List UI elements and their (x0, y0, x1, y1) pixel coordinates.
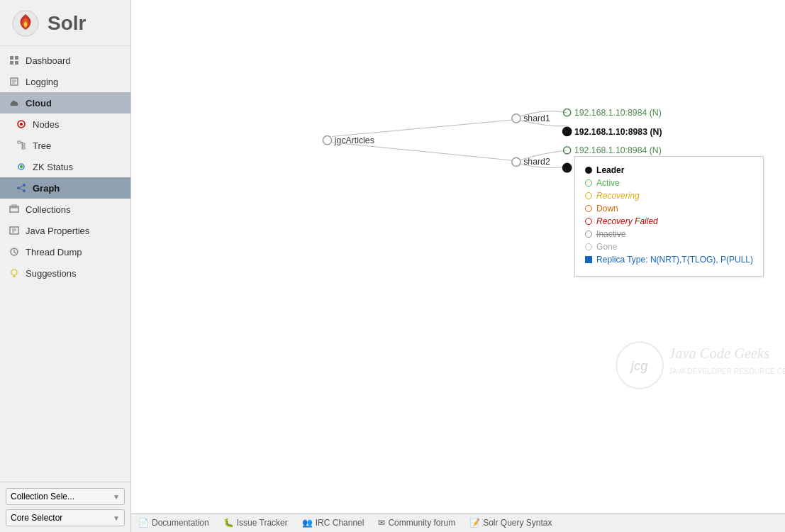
solr-logo-icon (11, 9, 40, 38)
down-dot (585, 205, 592, 212)
replica-square (585, 256, 592, 263)
svg-line-23 (20, 186, 23, 188)
irc-channel-label: IRC Channel (316, 518, 364, 528)
legend-down: Down (585, 204, 753, 214)
svg-text:JAVA DEVELOPER RESOURCE CENTER: JAVA DEVELOPER RESOURCE CENTER (669, 367, 785, 375)
svg-rect-3 (10, 61, 13, 65)
svg-point-22 (23, 189, 26, 192)
legend-replica-label: Replica Type: N(NRT),T(TLOG), P(PULL) (596, 255, 753, 265)
svg-point-41 (563, 127, 572, 135)
leader-dot (585, 167, 592, 174)
sidebar-item-thread-dump-label: Thread Dump (26, 247, 82, 257)
sidebar-item-tree[interactable]: Tree (0, 135, 130, 156)
svg-point-37 (512, 157, 520, 166)
app-name: Solr (48, 12, 86, 35)
community-forum-label: Community forum (388, 518, 455, 528)
core-selector[interactable]: Core Selector ▼ (6, 509, 125, 526)
sidebar-item-java-properties[interactable]: Java Properties (0, 220, 130, 241)
legend-inactive-label: Inactive (596, 229, 625, 239)
sidebar-item-dashboard-label: Dashboard (26, 55, 71, 66)
legend-recovering-label: Recovering (596, 191, 640, 201)
active-dot (585, 179, 592, 187)
svg-text:jcg: jcg (629, 358, 648, 373)
sidebar: Solr Dashboard Logging (0, 0, 131, 532)
svg-line-24 (20, 189, 23, 191)
sidebar-item-suggestions-label: Suggestions (26, 268, 77, 279)
sidebar-item-collections-label: Collections (26, 204, 71, 215)
thread-dump-icon (9, 246, 20, 257)
footer-solr-query-syntax[interactable]: 📝 Solr Query Syntax (469, 518, 552, 528)
legend-gone: Gone (585, 242, 753, 252)
svg-rect-1 (10, 56, 13, 60)
svg-rect-2 (15, 56, 18, 60)
svg-point-19 (20, 165, 23, 168)
svg-point-32 (11, 270, 17, 275)
recovering-dot (585, 192, 592, 199)
gone-dot (585, 243, 592, 250)
sidebar-bottom: Collection Sele... ▼ Core Selector ▼ (0, 482, 130, 532)
sidebar-item-logging-label: Logging (26, 77, 58, 87)
shard1-ip-normal-label: 192.168.1.10:8984 (N) (574, 108, 662, 118)
logging-icon (9, 76, 20, 87)
recovery-failed-dot (585, 218, 592, 225)
footer-irc-channel[interactable]: 👥 IRC Channel (302, 518, 364, 528)
footer: 📄 Documentation 🐛 Issue Tracker 👥 IRC Ch… (131, 513, 785, 532)
core-selector-arrow: ▼ (113, 514, 120, 522)
documentation-label: Documentation (152, 518, 209, 528)
collection-selector-arrow: ▼ (113, 493, 120, 501)
sidebar-item-tree-label: Tree (33, 140, 51, 151)
issue-tracker-label: Issue Tracker (237, 518, 288, 528)
svg-point-21 (23, 184, 26, 187)
sidebar-item-java-properties-label: Java Properties (26, 226, 89, 236)
legend-active: Active (585, 178, 753, 188)
tree-icon (16, 140, 27, 151)
documentation-icon: 📄 (138, 518, 149, 528)
sidebar-item-graph-label: Graph (33, 183, 60, 194)
svg-point-43 (563, 163, 572, 172)
legend-recovery-failed-label: Recovery Failed (596, 216, 658, 226)
sidebar-item-zk-status-label: ZK Status (33, 162, 73, 172)
sidebar-item-zk-status[interactable]: ZK Status (0, 156, 130, 177)
svg-text:Java Code Geeks: Java Code Geeks (669, 345, 769, 361)
core-selector-label: Core Selector (11, 513, 62, 523)
legend-leader-label: Leader (596, 165, 624, 175)
suggestions-icon (9, 267, 20, 279)
svg-point-35 (323, 135, 331, 144)
graph-icon (16, 182, 27, 194)
footer-documentation[interactable]: 📄 Documentation (138, 518, 209, 528)
nav-items: Dashboard Logging Cloud No (0, 46, 130, 482)
collection-selector[interactable]: Collection Sele... ▼ (6, 488, 125, 505)
sidebar-item-nodes[interactable]: Nodes (0, 113, 130, 135)
legend-inactive: Inactive (585, 229, 753, 239)
sidebar-item-dashboard[interactable]: Dashboard (0, 50, 130, 71)
footer-issue-tracker[interactable]: 🐛 Issue Tracker (223, 518, 288, 528)
logo-area: Solr (0, 0, 130, 46)
java-properties-icon (9, 225, 20, 236)
sidebar-item-logging[interactable]: Logging (0, 71, 130, 92)
collection-node-label: jgcArticles (334, 135, 374, 145)
legend-down-label: Down (596, 204, 618, 214)
collections-icon (9, 204, 20, 215)
svg-point-20 (17, 187, 20, 189)
legend-recovering: Recovering (585, 191, 753, 201)
sidebar-item-suggestions[interactable]: Suggestions (0, 262, 130, 284)
footer-community-forum[interactable]: ✉ Community forum (378, 518, 455, 528)
zk-status-icon (16, 161, 27, 172)
sidebar-item-thread-dump[interactable]: Thread Dump (0, 241, 130, 262)
shard1-ip-leader-label: 192.168.1.10:8983 (N) (574, 127, 662, 137)
solr-query-syntax-icon: 📝 (469, 518, 480, 528)
sidebar-item-cloud-label: Cloud (26, 98, 52, 109)
sidebar-item-cloud[interactable]: Cloud (0, 92, 130, 113)
community-forum-icon: ✉ (378, 518, 385, 528)
legend: Leader Active Recovering Down Recovery F… (574, 156, 764, 277)
sidebar-item-graph[interactable]: Graph (0, 177, 130, 199)
nodes-icon (16, 118, 27, 130)
legend-replica: Replica Type: N(NRT),T(TLOG), P(PULL) (585, 255, 753, 265)
dashboard-icon (9, 55, 20, 66)
sidebar-item-collections[interactable]: Collections (0, 199, 130, 220)
sidebar-item-nodes-label: Nodes (33, 119, 60, 130)
svg-rect-4 (15, 61, 18, 65)
svg-line-39 (332, 143, 513, 161)
issue-tracker-icon: 🐛 (223, 518, 234, 528)
svg-rect-11 (18, 141, 21, 143)
